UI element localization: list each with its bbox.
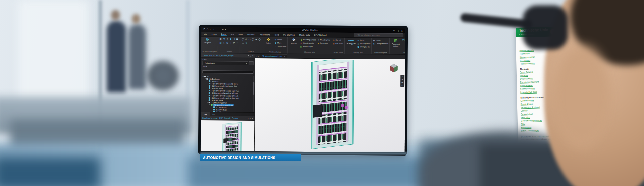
assortment-link-verwarming-klimaat[interactable]: Verwarming & klimaat [521, 106, 540, 109]
assortment-link-sanitair[interactable]: Sanitair [521, 109, 528, 112]
ribbon-button-mounting-point[interactable]: ✛Mounting point [300, 41, 316, 45]
menu-connections[interactable]: Connections [258, 33, 270, 36]
tab-scroll-arrow[interactable]: ▸ [258, 55, 259, 57]
ribbon-tool-icon[interactable]: ∧ [222, 41, 225, 44]
ribbon-tool-icon[interactable]: ⇄ [232, 41, 235, 45]
ribbon-button-define[interactable]: ◉Define [373, 38, 388, 42]
theme-link-slimmer-werken[interactable]: Slimmer werken [520, 87, 535, 91]
ribbon-button-cut-out[interactable]: ◍Cut-out [332, 38, 343, 42]
tree-scrollbar[interactable] [253, 76, 255, 112]
nav-link-klantenvoordelen[interactable]: Klantenvoordelen [520, 56, 535, 59]
panel-header-icon[interactable]: ▾ [248, 117, 249, 119]
ribbon-button-mounting-line[interactable]: ▯Mounting line [317, 38, 330, 41]
ribbon-tool-icon[interactable]: ▮ [229, 37, 232, 41]
menu-eplan-cloud[interactable]: EPLAN Cloud [314, 33, 327, 36]
assortment-link-liften-vluchtwegen[interactable]: Liften / Vluchtwegen [521, 129, 539, 132]
nav-link-richtassortiment[interactable]: Richtassortiment [520, 62, 535, 66]
ribbon-tool-icon[interactable]: ◎ [245, 38, 248, 41]
dock-tab-tree[interactable]: Tree [201, 112, 210, 116]
theme-link-energiemanagement[interactable]: Energiemanagement [520, 80, 539, 84]
assortment-link-elektrotechniek[interactable]: Elektrotechniek [520, 99, 534, 103]
qat-button[interactable]: ❐ [203, 28, 205, 30]
ribbon-button-navigator[interactable]: ⚙Navigator [202, 37, 212, 44]
panel-header-icon[interactable]: ⚲ [250, 55, 251, 57]
navigation-cube[interactable] [388, 62, 399, 73]
tab-scroll-arrow[interactable]: ◂ [256, 55, 257, 57]
assortment-link-draad-kabel[interactable]: Draad & kabel [521, 103, 533, 106]
ribbon-tool-icon[interactable]: ◉ [255, 38, 258, 41]
3d-canvas[interactable]: ⌂⊕▦◻ [255, 58, 405, 152]
ribbon-button-turn-around[interactable]: ↻Turn around [274, 44, 286, 48]
ribbon-tool-icon[interactable]: ◯ [251, 38, 254, 41]
nav-link-technieuws[interactable]: Technieuws [520, 52, 530, 56]
assortment-link-bevestiging[interactable]: Bevestiging [521, 126, 531, 129]
theme-link-industrie[interactable]: Industrie [520, 74, 528, 77]
menu-master-data[interactable]: Master data [299, 33, 311, 36]
doc-tab-mounting-panel-front[interactable]: S1:Mounting panel front ✕ [260, 54, 287, 58]
ribbon-tool-icon[interactable]: ◫ [222, 37, 225, 41]
ribbon-button-rotate[interactable]: ⟳Rotate [274, 38, 286, 41]
qat-button[interactable]: ↶ [210, 28, 211, 30]
view-tool-icon[interactable]: ⊕ [401, 78, 403, 80]
qat-button[interactable]: ❏ [207, 28, 208, 30]
ribbon-tool-icon[interactable]: ▦ [219, 37, 222, 41]
close-button[interactable]: ✕ [401, 29, 403, 32]
ribbon-button-placement[interactable]: ▦Placement [332, 42, 343, 45]
theme-link-smart-building[interactable]: Smart Building [520, 71, 533, 74]
ribbon-button-define[interactable]: ❖Define [263, 38, 273, 44]
qat-button[interactable]: ↻ [219, 28, 220, 30]
assortment-link-consumentenproducten[interactable]: Consumentenproducten [521, 119, 542, 122]
ribbon-tool-icon[interactable]: ◯ [241, 38, 244, 41]
assortment-link-pbm[interactable]: PBM [521, 123, 525, 126]
view-tool-icon[interactable]: ▦ [401, 81, 403, 83]
theme-link-automatiseren[interactable]: Automatiseren [520, 84, 533, 87]
more-info-link[interactable]: Meer weten? Bezoek ons inspiratiecentrum… [521, 143, 602, 149]
nav-link-tu-campus[interactable]: TU Campus [520, 59, 530, 62]
ribbon-button-curve[interactable]: ∪Curve [357, 38, 370, 42]
menu-insert[interactable]: Insert [221, 32, 227, 36]
ribbon-button-change-direction[interactable]: ⇅Change direction [373, 42, 388, 45]
ribbon-button-routing-range[interactable]: ▯Routing range [357, 42, 370, 45]
ribbon-tool-icon[interactable]: ▯ [226, 37, 229, 41]
panel-header-icon[interactable]: ✕ [252, 55, 253, 57]
ribbon-tool-icon[interactable]: ▭ [248, 38, 251, 41]
qat-button[interactable]: ↺ [216, 28, 217, 30]
qat-button[interactable]: ▦ [222, 28, 224, 30]
menu-file[interactable]: File [203, 32, 208, 35]
ribbon-button-move[interactable]: ✥Move [274, 41, 286, 44]
nav-link-nieuwsoverzicht[interactable]: Nieuwsoverzicht [519, 49, 534, 52]
panel-header-icon[interactable]: ✕ [252, 117, 253, 119]
minimize-button[interactable]: – [393, 29, 394, 32]
view-tool-icon[interactable]: ⌂ [402, 75, 403, 77]
filter-dropdown[interactable]: - Not activated - ▾ [203, 61, 248, 65]
maximize-button[interactable]: ▢ [397, 29, 399, 32]
ribbon-button-mounting-grid[interactable]: ▤Mounting grid [300, 45, 316, 48]
ribbon-button-mounting-surface[interactable]: ▮Mounting surface [300, 38, 316, 41]
qat-button[interactable]: ▾ [225, 28, 226, 30]
menu-edit[interactable]: Edit [230, 33, 235, 36]
assortment-link-verlichting[interactable]: Verlichting [521, 116, 530, 119]
ribbon-button-wiring-cut-out[interactable]: ◨Wiring cut-out [357, 45, 370, 48]
tree-scrollbar-thumb[interactable] [253, 82, 254, 94]
value-input[interactable] [202, 70, 253, 73]
ribbon-tool-icon[interactable]: ◌ [236, 41, 239, 45]
assortment-link-gereedschap[interactable]: Gereedschap [521, 113, 533, 116]
qat-button[interactable]: ↷ [213, 28, 214, 30]
ribbon-tool-icon[interactable]: ⬓ [236, 38, 239, 41]
ribbon-tool-icon[interactable]: ⊔ [226, 41, 229, 44]
menu-home[interactable]: Home [211, 33, 218, 36]
ribbon-tool-icon[interactable]: ▤ [219, 41, 222, 44]
ribbon-tool-icon[interactable]: ◯ [258, 38, 261, 41]
ribbon-tool-icon[interactable]: ◈ [245, 41, 248, 45]
ribbon-tool-icon[interactable]: ▯ [229, 41, 232, 44]
tell-me-searchbox[interactable]: ○ [354, 33, 403, 37]
ribbon-button-placement-options[interactable]: ⊞Placement options [391, 39, 401, 47]
theme-link-duurzaamheid[interactable]: Duurzaamheid [520, 77, 533, 81]
dock-tab-list[interactable]: List [210, 112, 218, 116]
ribbon-tool-icon[interactable]: ⌓ [241, 41, 244, 45]
ribbon-button-handle[interactable]: ❖Handle [289, 38, 299, 45]
theme-link-innovatiehub-2021[interactable]: InnovatieHub 2021 [520, 90, 537, 94]
view-tool-icon[interactable]: ◻ [401, 84, 403, 86]
panel-header-icon[interactable]: ⚲ [250, 117, 251, 119]
ribbon-tool-icon[interactable]: ❒ [232, 38, 235, 41]
